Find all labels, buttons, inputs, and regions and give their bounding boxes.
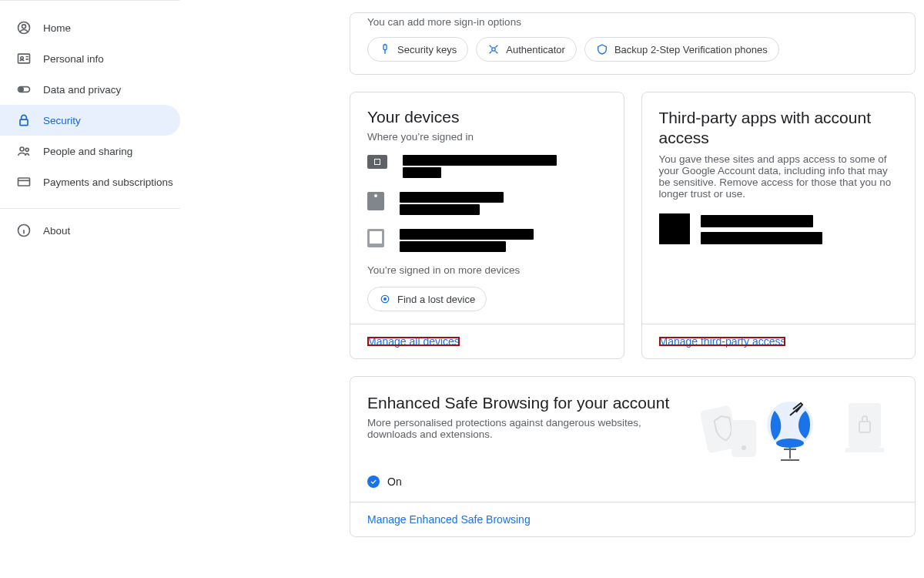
people-icon [15,143,32,160]
sidebar-item-label: People and sharing [43,146,132,157]
svg-point-1 [22,25,26,29]
lock-icon [15,112,32,129]
manage-safe-browsing-link[interactable]: Manage Enhanced Safe Browsing [350,502,915,536]
chip-label: Authenticator [506,44,565,55]
svg-rect-11 [383,45,387,50]
svg-rect-9 [18,178,30,186]
chip-label: Backup 2-Step Verification phones [614,44,768,55]
devices-title: Your devices [367,108,607,126]
signin-options-card: You can add more sign-in options Securit… [350,12,916,75]
device-row[interactable] [367,153,607,180]
chip-authenticator[interactable]: Authenticator [476,37,577,62]
safe-desc: More personalised protections against da… [367,417,679,440]
sidebar-item-label: Data and privacy [43,84,121,96]
check-icon [367,476,380,488]
signin-options-chips: Security keys Authenticator Backup 2-Ste… [367,37,915,62]
device-row[interactable] [367,190,607,217]
svg-point-14 [384,298,387,301]
chip-security-keys[interactable]: Security keys [367,37,468,62]
manage-devices-link[interactable]: Manage all devices [350,324,624,358]
svg-point-19 [776,439,804,448]
device-row[interactable] [367,227,607,254]
card-icon [15,173,32,190]
sidebar-item-about[interactable]: About [0,215,180,246]
svg-rect-16 [732,420,756,457]
sidebar-item-label: Personal info [43,53,104,65]
user-circle-icon [15,19,32,36]
info-icon [15,222,32,239]
svg-point-17 [742,445,746,450]
svg-point-5 [19,88,23,92]
safe-browsing-card: Enhanced Safe Browsing for your account … [350,376,916,537]
id-card-icon [15,50,32,67]
toggle-icon [15,81,32,98]
devices-more-note: You’re signed in on more devices [367,264,607,276]
main-content: You can add more sign-in options Securit… [180,0,924,537]
thirdparty-desc: You gave these sites and apps access to … [659,153,899,200]
app-icon [659,213,690,244]
chip-label: Security keys [397,44,457,55]
svg-rect-12 [492,48,495,51]
phone-icon [367,229,384,247]
sidebar-item-label: Payments and subscriptions [43,176,173,188]
sidebar-item-security[interactable]: Security [0,105,180,136]
sidebar-item-label: Security [43,115,81,126]
your-devices-card: Your devices Where you’re signed in [350,92,624,359]
phone-icon [367,192,384,210]
chip-backup-phones[interactable]: Backup 2-Step Verification phones [584,37,779,62]
sidebar-item-label: Home [43,22,71,34]
sidebar: Home Personal info Data and privacy Secu… [0,0,180,537]
svg-rect-6 [20,119,28,126]
svg-point-8 [25,148,28,151]
svg-rect-20 [849,403,881,448]
sidebar-item-home[interactable]: Home [0,12,180,43]
sidebar-item-label: About [43,225,70,237]
third-party-card: Third-party apps with account access You… [641,92,916,359]
sidebar-item-personal[interactable]: Personal info [0,43,180,74]
svg-point-3 [21,57,23,59]
thirdparty-app-row[interactable] [659,213,899,246]
sidebar-item-payments[interactable]: Payments and subscriptions [0,166,180,197]
sidebar-item-privacy[interactable]: Data and privacy [0,74,180,105]
safe-browsing-illustration [698,394,898,463]
svg-rect-21 [845,448,884,452]
signin-options-intro: You can add more sign-in options [367,16,915,37]
laptop-icon [367,155,387,169]
find-lost-device-button[interactable]: Find a lost device [367,287,487,311]
svg-point-7 [20,147,24,151]
button-label: Find a lost device [397,294,475,305]
safe-status: On [387,476,402,488]
thirdparty-title: Third-party apps with account access [659,108,899,149]
manage-third-party-link[interactable]: Manage third-party access [642,324,916,358]
safe-title: Enhanced Safe Browsing for your account [367,394,679,412]
devices-subtitle: Where you’re signed in [367,131,607,143]
sidebar-divider [0,208,180,209]
sidebar-item-people[interactable]: People and sharing [0,136,180,166]
